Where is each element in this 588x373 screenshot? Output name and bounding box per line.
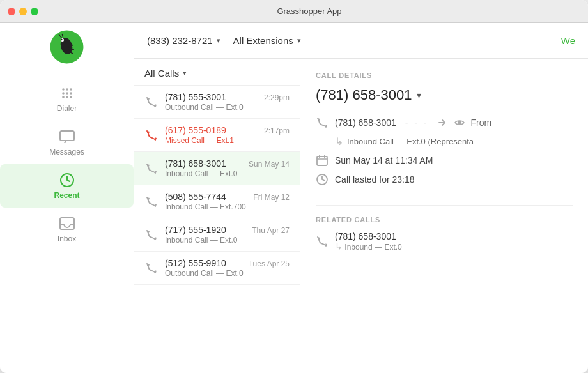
call-item-row1: (617) 555-0189 2:17pm bbox=[165, 125, 290, 135]
detail-info-rows: (781) 658-3001 - - - Fr bbox=[316, 116, 573, 186]
indent-arrow-icon: ↳ bbox=[335, 135, 343, 148]
svg-line-8 bbox=[68, 49, 74, 50]
close-button[interactable] bbox=[8, 8, 15, 15]
we-label: We bbox=[561, 35, 575, 46]
detail-from-number: (781) 658-3001 bbox=[335, 118, 396, 128]
detail-date-row: Sun May 14 at 11:34 AM bbox=[316, 154, 573, 167]
svg-rect-24 bbox=[317, 156, 327, 165]
svg-point-14 bbox=[66, 92, 68, 95]
call-list-header: All Calls ▾ bbox=[134, 59, 300, 86]
detail-panel: CALL DETAILS (781) 658-3001 ▾ bbox=[300, 59, 588, 373]
related-calls-section: RELATED CALLS (781) 658-3001 bbox=[316, 205, 573, 252]
phone-chevron-icon: ▾ bbox=[217, 36, 220, 45]
app-body: Dialer Messages bbox=[0, 23, 588, 373]
svg-point-15 bbox=[70, 92, 72, 95]
call-item-info: (508) 555-7744 Fri May 12 Inbound Call —… bbox=[165, 192, 290, 211]
call-item-row1: (508) 555-7744 Fri May 12 bbox=[165, 192, 290, 202]
call-item-info: (617) 555-0189 2:17pm Missed Call — Ext.… bbox=[165, 125, 290, 145]
messages-icon bbox=[59, 128, 75, 145]
svg-point-10 bbox=[62, 88, 65, 91]
missed-call-icon bbox=[144, 128, 159, 142]
content-area: (833) 232-8721 ▾ All Extensions ▾ We All… bbox=[134, 23, 588, 373]
sidebar-item-dialer[interactable]: Dialer bbox=[0, 77, 134, 121]
related-number: (781) 658-3001 bbox=[335, 231, 402, 241]
call-date: Sun May 14 at 11:34 AM bbox=[335, 155, 433, 165]
svg-point-23 bbox=[458, 121, 461, 125]
top-bar: (833) 232-8721 ▾ All Extensions ▾ We bbox=[134, 23, 588, 59]
call-item-row1: (512) 555-9910 Tues Apr 25 bbox=[165, 258, 290, 268]
detail-duration-row: Call lasted for 23:18 bbox=[316, 173, 573, 186]
call-item[interactable]: (508) 555-7744 Fri May 12 Inbound Call —… bbox=[134, 185, 300, 218]
panels: All Calls ▾ bbox=[134, 59, 588, 373]
logo bbox=[49, 29, 84, 65]
inbound-call-icon bbox=[144, 228, 159, 242]
call-item-row1: (781) 658-3001 Sun May 14 bbox=[165, 158, 290, 169]
call-time: Thu Apr 27 bbox=[252, 226, 290, 235]
call-flow-dashes: - - - bbox=[405, 118, 429, 128]
filter-label: All Calls bbox=[144, 68, 179, 79]
call-desc: Outbound Call — Ext.0 bbox=[165, 269, 290, 278]
filter-chevron-icon: ▾ bbox=[183, 69, 187, 77]
sidebar: Dialer Messages bbox=[0, 23, 134, 373]
call-item-info: (781) 555-3001 2:29pm Outbound Call — Ex… bbox=[165, 92, 290, 112]
minimize-button[interactable] bbox=[19, 8, 27, 15]
svg-point-13 bbox=[62, 92, 65, 95]
call-desc: Missed Call — Ext.1 bbox=[165, 136, 290, 145]
call-item-row1: (781) 555-3001 2:29pm bbox=[165, 92, 290, 102]
call-desc: Inbound Call — Ext.700 bbox=[165, 202, 290, 211]
related-call-item[interactable]: (781) 658-3001 ↳ Inbound — Ext.0 bbox=[316, 231, 573, 252]
call-time: Tues Apr 25 bbox=[249, 259, 290, 268]
svg-point-18 bbox=[70, 96, 72, 98]
dialer-icon bbox=[59, 85, 75, 102]
inbox-icon bbox=[59, 215, 75, 232]
call-item[interactable]: (717) 555-1920 Thu Apr 27 Inbound Call —… bbox=[134, 218, 300, 252]
outbound-call-icon bbox=[144, 95, 159, 109]
outbound-call-icon bbox=[144, 261, 159, 275]
call-arrow-icon bbox=[454, 118, 465, 128]
svg-point-4 bbox=[61, 39, 62, 40]
phone-selector[interactable]: (833) 232-8721 ▾ bbox=[147, 35, 220, 46]
call-duration: Call lasted for 23:18 bbox=[335, 174, 415, 185]
call-desc: Inbound Call — Ext.0 bbox=[165, 169, 290, 178]
extensions-selector[interactable]: All Extensions ▾ bbox=[233, 35, 301, 46]
call-item[interactable]: (781) 658-3001 Sun May 14 Inbound Call —… bbox=[134, 152, 300, 185]
call-item-info: (781) 658-3001 Sun May 14 Inbound Call —… bbox=[165, 158, 290, 178]
window-title: Grasshopper App bbox=[38, 6, 580, 16]
call-item-row1: (717) 555-1920 Thu Apr 27 bbox=[165, 225, 290, 235]
maximize-button[interactable] bbox=[31, 8, 38, 15]
call-item[interactable]: (781) 555-3001 2:29pm Outbound Call — Ex… bbox=[134, 86, 300, 119]
app-window: Grasshopper App bbox=[0, 0, 588, 373]
call-item-info: (512) 555-9910 Tues Apr 25 Outbound Call… bbox=[165, 258, 290, 278]
related-calls-label: RELATED CALLS bbox=[316, 216, 573, 224]
detail-number-row: (781) 658-3001 ▾ bbox=[316, 87, 573, 103]
call-time: 2:29pm bbox=[264, 93, 290, 102]
phone-icon bbox=[316, 116, 329, 129]
svg-point-17 bbox=[66, 96, 68, 98]
call-number: (617) 555-0189 bbox=[165, 125, 226, 135]
svg-point-11 bbox=[66, 88, 68, 91]
extensions-chevron-icon: ▾ bbox=[297, 36, 301, 45]
call-time: 2:17pm bbox=[264, 126, 290, 135]
call-number: (508) 555-7744 bbox=[165, 192, 226, 202]
sidebar-item-messages[interactable]: Messages bbox=[0, 121, 134, 164]
inbox-label: Inbox bbox=[58, 234, 76, 243]
call-item[interactable]: (617) 555-0189 2:17pm Missed Call — Ext.… bbox=[134, 119, 300, 152]
nav-items: Dialer Messages bbox=[0, 77, 134, 251]
related-call-phone-icon bbox=[316, 235, 329, 248]
call-time: Fri May 12 bbox=[253, 193, 290, 202]
call-number: (781) 555-3001 bbox=[165, 92, 226, 102]
call-desc: Inbound Call — Ext.0 bbox=[165, 236, 290, 245]
sidebar-item-recent[interactable]: Recent bbox=[0, 164, 134, 208]
inbound-desc: Inbound Call — Ext.0 (Representa bbox=[347, 137, 474, 146]
call-items: (781) 555-3001 2:29pm Outbound Call — Ex… bbox=[134, 86, 300, 373]
sidebar-item-inbox[interactable]: Inbox bbox=[0, 208, 134, 251]
call-list-panel: All Calls ▾ bbox=[134, 59, 300, 373]
call-forward-icon bbox=[438, 118, 448, 128]
messages-label: Messages bbox=[49, 148, 84, 156]
svg-rect-19 bbox=[60, 131, 74, 141]
call-number: (512) 555-9910 bbox=[165, 258, 226, 268]
call-item[interactable]: (512) 555-9910 Tues Apr 25 Outbound Call… bbox=[134, 252, 300, 285]
from-label: From bbox=[471, 118, 492, 128]
titlebar: Grasshopper App bbox=[0, 0, 588, 23]
call-number: (717) 555-1920 bbox=[165, 225, 226, 235]
